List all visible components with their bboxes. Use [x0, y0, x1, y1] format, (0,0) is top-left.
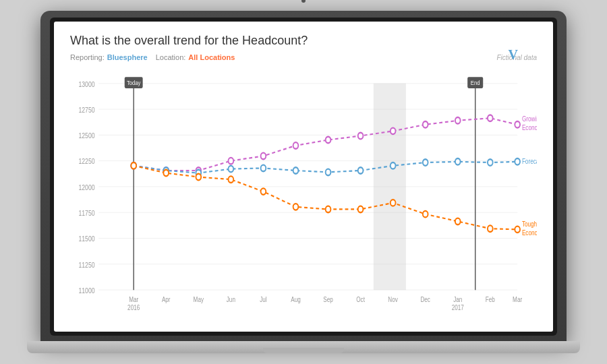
- tough-dot: [455, 218, 461, 225]
- svg-text:12000: 12000: [79, 183, 96, 191]
- growing-label2: Economy: [522, 124, 537, 131]
- camera-dot: [301, 0, 306, 3]
- svg-text:11000: 11000: [79, 286, 96, 295]
- screen-bezel: What is the overall trend for the Headco…: [50, 18, 557, 336]
- forecast-dot: [455, 158, 461, 165]
- content-area: What is the overall trend for the Headco…: [54, 22, 553, 332]
- svg-text:Jul: Jul: [260, 296, 266, 303]
- svg-text:11250: 11250: [79, 261, 96, 269]
- growing-label: Growing: [522, 115, 537, 123]
- headcount-chart: 13000 12750 12500 12250 12000 11750 1150…: [70, 72, 537, 322]
- forecast-dot: [391, 162, 396, 169]
- reporting-label: Reporting:: [70, 53, 105, 61]
- end-label: End: [471, 79, 480, 86]
- svg-text:12750: 12750: [79, 106, 96, 114]
- shaded-region: [374, 84, 406, 290]
- screen: What is the overall trend for the Headco…: [54, 22, 553, 332]
- tough-dot: [391, 200, 396, 206]
- forecast-dot: [229, 166, 234, 173]
- growing-dot: [455, 117, 461, 124]
- forecast-dot: [488, 159, 493, 166]
- location-label: Location:: [156, 53, 186, 61]
- tough-dot: [261, 188, 266, 195]
- forecast-dot: [358, 167, 364, 174]
- tough-dot: [163, 170, 169, 177]
- svg-text:Feb: Feb: [486, 296, 495, 303]
- growing-dot: [358, 133, 364, 140]
- today-label: Today: [127, 79, 141, 86]
- growing-dot: [391, 128, 396, 135]
- laptop-base: [27, 341, 580, 353]
- tough-dot: [229, 176, 234, 183]
- svg-text:Mar: Mar: [129, 296, 138, 303]
- svg-text:13000: 13000: [79, 80, 96, 88]
- tough-dot: [293, 204, 299, 210]
- tough-dot: [326, 206, 331, 213]
- svg-text:Sep: Sep: [323, 296, 333, 303]
- svg-text:12500: 12500: [79, 131, 96, 140]
- svg-text:May: May: [194, 296, 204, 303]
- svg-text:2016: 2016: [127, 304, 140, 311]
- growing-dot: [515, 121, 520, 128]
- forecast-dot: [261, 165, 266, 172]
- tough-label: Tough: [522, 220, 537, 228]
- subtitle-left: Reporting: Bluesphere Location: All Loca…: [70, 53, 235, 61]
- forecast-dot: [423, 159, 428, 166]
- svg-text:11750: 11750: [79, 209, 96, 217]
- chart-container: 13000 12750 12500 12250 12000 11750 1150…: [70, 72, 537, 322]
- v-logo: V: [509, 47, 518, 63]
- tough-dot: [515, 226, 520, 233]
- svg-text:Oct: Oct: [356, 296, 365, 303]
- tough-dot: [423, 211, 428, 218]
- tough-dot: [358, 206, 364, 213]
- growing-dot: [326, 137, 331, 144]
- tough-dot: [131, 162, 136, 169]
- svg-text:2017: 2017: [452, 304, 464, 311]
- laptop-outer: What is the overall trend for the Headco…: [40, 11, 567, 341]
- location-value: All Locations: [188, 53, 235, 61]
- svg-text:Dec: Dec: [420, 296, 430, 303]
- tough-dot: [488, 225, 493, 232]
- svg-text:Jun: Jun: [227, 296, 235, 303]
- svg-text:12250: 12250: [79, 158, 96, 166]
- forecast-dot: [515, 158, 520, 165]
- svg-text:Jan: Jan: [453, 296, 462, 303]
- growing-dot: [229, 158, 234, 164]
- svg-text:Nov: Nov: [388, 296, 398, 303]
- forecast-dot: [326, 169, 331, 176]
- growing-dot: [293, 142, 299, 149]
- growing-dot: [423, 121, 428, 128]
- forecast-dot: [293, 167, 299, 174]
- svg-text:Mar: Mar: [513, 296, 522, 303]
- forecast-label: Forecast: [522, 158, 537, 166]
- growing-dot: [261, 153, 266, 160]
- tough-dot: [196, 174, 201, 181]
- subtitle-row: Reporting: Bluesphere Location: All Loca…: [70, 53, 537, 61]
- page-title: What is the overall trend for the Headco…: [70, 34, 537, 48]
- tough-label2: Economy: [522, 229, 537, 237]
- svg-text:Apr: Apr: [162, 296, 171, 303]
- reporting-value: Bluesphere: [107, 53, 148, 61]
- svg-text:Aug: Aug: [291, 296, 301, 303]
- growing-dot: [488, 115, 493, 121]
- svg-text:11500: 11500: [79, 235, 96, 243]
